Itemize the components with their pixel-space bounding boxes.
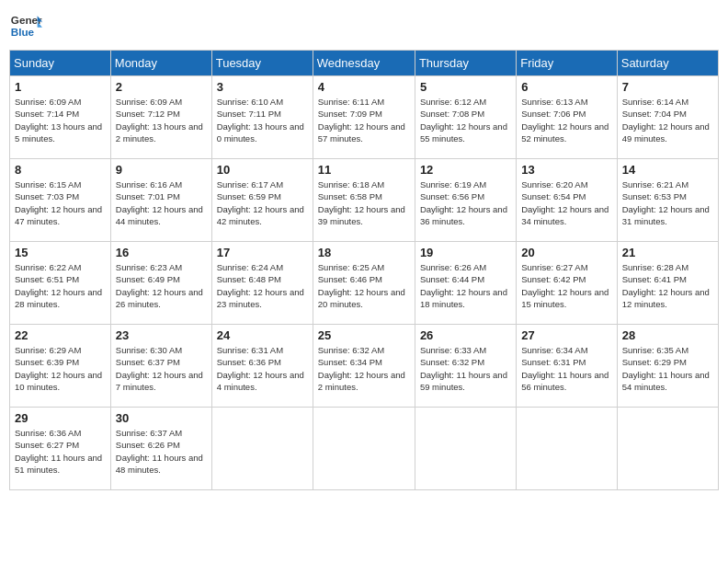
week-row-2: 8 Sunrise: 6:15 AM Sunset: 7:03 PM Dayli… [10,159,719,242]
day-info: Sunrise: 6:20 AM Sunset: 6:54 PM Dayligh… [521,178,612,227]
day-number: 29 [15,411,106,425]
header-tuesday: Tuesday [211,51,313,76]
calendar-cell [211,408,313,490]
calendar-cell: 30 Sunrise: 6:37 AM Sunset: 6:26 PM Dayl… [110,408,211,490]
header-thursday: Thursday [415,51,516,76]
day-number: 26 [420,328,511,342]
calendar-cell [517,408,618,490]
calendar-cell: 8 Sunrise: 6:15 AM Sunset: 7:03 PM Dayli… [10,159,111,242]
day-info: Sunrise: 6:25 AM Sunset: 6:46 PM Dayligh… [318,261,410,310]
day-number: 7 [622,80,713,94]
day-number: 28 [622,328,713,342]
calendar-cell: 19 Sunrise: 6:26 AM Sunset: 6:44 PM Dayl… [415,242,516,325]
calendar-cell: 7 Sunrise: 6:14 AM Sunset: 7:04 PM Dayli… [617,76,718,159]
day-number: 22 [15,328,106,342]
day-number: 3 [217,80,308,94]
day-info: Sunrise: 6:15 AM Sunset: 7:03 PM Dayligh… [15,178,106,227]
day-info: Sunrise: 6:36 AM Sunset: 6:27 PM Dayligh… [15,427,106,476]
day-info: Sunrise: 6:19 AM Sunset: 6:56 PM Dayligh… [420,178,511,227]
day-info: Sunrise: 6:30 AM Sunset: 6:37 PM Dayligh… [116,344,207,393]
day-number: 4 [318,80,410,94]
calendar-cell: 9 Sunrise: 6:16 AM Sunset: 7:01 PM Dayli… [110,159,211,242]
header-wednesday: Wednesday [313,51,415,76]
day-number: 14 [622,163,713,177]
calendar-cell: 4 Sunrise: 6:11 AM Sunset: 7:09 PM Dayli… [313,76,415,159]
calendar-cell: 1 Sunrise: 6:09 AM Sunset: 7:14 PM Dayli… [10,76,111,159]
calendar-cell [313,408,415,490]
header-saturday: Saturday [617,51,718,76]
header-friday: Friday [517,51,618,76]
calendar-cell: 16 Sunrise: 6:23 AM Sunset: 6:49 PM Dayl… [110,242,211,325]
day-info: Sunrise: 6:14 AM Sunset: 7:04 PM Dayligh… [622,96,713,144]
day-number: 2 [116,80,207,94]
calendar-cell: 14 Sunrise: 6:21 AM Sunset: 6:53 PM Dayl… [617,159,718,242]
logo-icon: General Blue [9,9,42,42]
day-info: Sunrise: 6:09 AM Sunset: 7:12 PM Dayligh… [116,96,207,144]
day-info: Sunrise: 6:32 AM Sunset: 6:34 PM Dayligh… [318,344,410,393]
weekday-header-row: Sunday Monday Tuesday Wednesday Thursday… [10,51,719,76]
day-number: 17 [217,246,308,259]
day-info: Sunrise: 6:13 AM Sunset: 7:06 PM Dayligh… [521,96,612,144]
calendar-cell: 10 Sunrise: 6:17 AM Sunset: 6:59 PM Dayl… [211,159,313,242]
day-info: Sunrise: 6:09 AM Sunset: 7:14 PM Dayligh… [15,96,106,144]
day-number: 11 [318,163,410,177]
calendar-cell: 29 Sunrise: 6:36 AM Sunset: 6:27 PM Dayl… [10,408,111,490]
day-number: 8 [15,163,106,177]
calendar-cell: 15 Sunrise: 6:22 AM Sunset: 6:51 PM Dayl… [10,242,111,325]
calendar-cell: 5 Sunrise: 6:12 AM Sunset: 7:08 PM Dayli… [415,76,516,159]
svg-text:Blue: Blue [11,26,35,38]
calendar-cell: 24 Sunrise: 6:31 AM Sunset: 6:36 PM Dayl… [211,325,313,408]
calendar-cell: 13 Sunrise: 6:20 AM Sunset: 6:54 PM Dayl… [517,159,618,242]
calendar-cell [617,408,718,490]
calendar-table: Sunday Monday Tuesday Wednesday Thursday… [9,50,719,490]
calendar-cell: 6 Sunrise: 6:13 AM Sunset: 7:06 PM Dayli… [517,76,618,159]
day-number: 24 [217,328,308,342]
week-row-4: 22 Sunrise: 6:29 AM Sunset: 6:39 PM Dayl… [10,325,719,408]
day-info: Sunrise: 6:11 AM Sunset: 7:09 PM Dayligh… [318,96,410,144]
calendar-cell [415,408,516,490]
header-monday: Monday [110,51,211,76]
week-row-1: 1 Sunrise: 6:09 AM Sunset: 7:14 PM Dayli… [10,76,719,159]
day-number: 9 [116,163,207,177]
calendar-cell: 26 Sunrise: 6:33 AM Sunset: 6:32 PM Dayl… [415,325,516,408]
calendar-cell: 22 Sunrise: 6:29 AM Sunset: 6:39 PM Dayl… [10,325,111,408]
calendar-cell: 25 Sunrise: 6:32 AM Sunset: 6:34 PM Dayl… [313,325,415,408]
day-number: 5 [420,80,511,94]
header-sunday: Sunday [10,51,111,76]
day-number: 19 [420,246,511,259]
day-number: 30 [116,411,207,425]
day-info: Sunrise: 6:17 AM Sunset: 6:59 PM Dayligh… [217,178,308,227]
day-number: 20 [521,246,612,259]
page-header: General Blue [9,9,719,42]
week-row-3: 15 Sunrise: 6:22 AM Sunset: 6:51 PM Dayl… [10,242,719,325]
day-info: Sunrise: 6:31 AM Sunset: 6:36 PM Dayligh… [217,344,308,393]
calendar-cell: 20 Sunrise: 6:27 AM Sunset: 6:42 PM Dayl… [517,242,618,325]
day-number: 21 [622,246,713,259]
day-number: 27 [521,328,612,342]
day-info: Sunrise: 6:29 AM Sunset: 6:39 PM Dayligh… [15,344,106,393]
day-number: 15 [15,246,106,259]
day-info: Sunrise: 6:26 AM Sunset: 6:44 PM Dayligh… [420,261,511,310]
day-info: Sunrise: 6:34 AM Sunset: 6:31 PM Dayligh… [521,344,612,393]
day-number: 13 [521,163,612,177]
calendar-cell: 17 Sunrise: 6:24 AM Sunset: 6:48 PM Dayl… [211,242,313,325]
day-info: Sunrise: 6:22 AM Sunset: 6:51 PM Dayligh… [15,261,106,310]
day-number: 1 [15,80,106,94]
day-number: 6 [521,80,612,94]
day-number: 25 [318,328,410,342]
calendar-cell: 12 Sunrise: 6:19 AM Sunset: 6:56 PM Dayl… [415,159,516,242]
day-info: Sunrise: 6:24 AM Sunset: 6:48 PM Dayligh… [217,261,308,310]
calendar-cell: 18 Sunrise: 6:25 AM Sunset: 6:46 PM Dayl… [313,242,415,325]
day-info: Sunrise: 6:21 AM Sunset: 6:53 PM Dayligh… [622,178,713,227]
week-row-5: 29 Sunrise: 6:36 AM Sunset: 6:27 PM Dayl… [10,408,719,490]
day-info: Sunrise: 6:33 AM Sunset: 6:32 PM Dayligh… [420,344,511,393]
day-number: 10 [217,163,308,177]
calendar-cell: 3 Sunrise: 6:10 AM Sunset: 7:11 PM Dayli… [211,76,313,159]
day-info: Sunrise: 6:16 AM Sunset: 7:01 PM Dayligh… [116,178,207,227]
calendar-cell: 28 Sunrise: 6:35 AM Sunset: 6:29 PM Dayl… [617,325,718,408]
day-info: Sunrise: 6:10 AM Sunset: 7:11 PM Dayligh… [217,96,308,144]
day-number: 23 [116,328,207,342]
day-info: Sunrise: 6:18 AM Sunset: 6:58 PM Dayligh… [318,178,410,227]
logo: General Blue [9,9,42,42]
day-number: 16 [116,246,207,259]
